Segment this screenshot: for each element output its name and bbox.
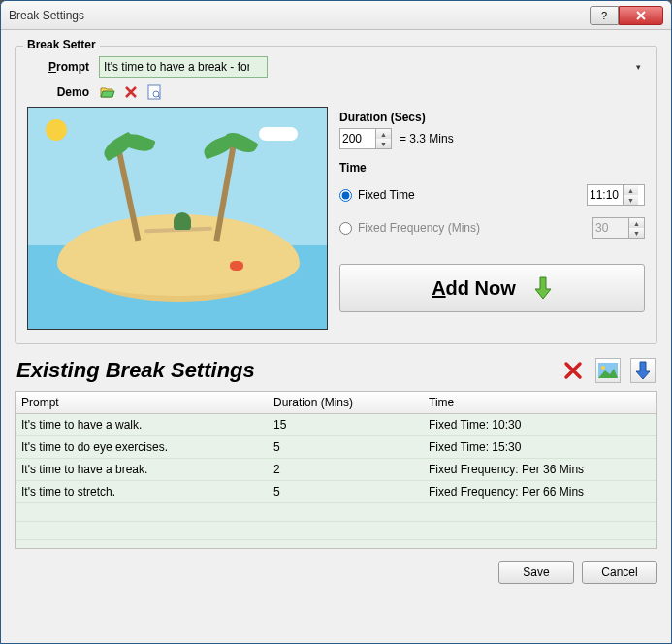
- table-row: [16, 522, 656, 540]
- body-split: Duration (Secs) ▲▼ = 3.3 Mins Time Fixed…: [27, 107, 645, 330]
- fixed-time-radio[interactable]: [339, 189, 352, 202]
- table-body: It's time to have a walk.15Fixed Time: 1…: [16, 414, 656, 548]
- open-folder-icon: [100, 85, 115, 99]
- spin-down-icon: ▼: [629, 228, 644, 238]
- add-now-button[interactable]: Add Now: [339, 264, 645, 312]
- titlebar: Break Settings ?: [1, 1, 671, 30]
- chevron-down-icon[interactable]: ▾: [636, 56, 641, 78]
- cell-prompt: [16, 503, 268, 521]
- prompt-row: Prompt ▾: [27, 56, 645, 78]
- fixed-freq-input: [593, 218, 628, 238]
- table-row[interactable]: It's time to have a walk.15Fixed Time: 1…: [16, 414, 656, 436]
- prompt-input[interactable]: [99, 56, 268, 78]
- cell-time: Fixed Frequency: Per 36 Mins: [423, 459, 656, 480]
- table-row[interactable]: It's time to do eye exercises.5Fixed Tim…: [16, 436, 656, 459]
- existing-title: Existing Break Settings: [16, 358, 255, 383]
- table-row[interactable]: It's time to have a break.2Fixed Frequen…: [16, 459, 656, 481]
- preview-demo-button[interactable]: [145, 83, 163, 101]
- table-row[interactable]: It's time to stretch.5Fixed Frequency: P…: [16, 481, 656, 503]
- table-row: [16, 503, 656, 522]
- col-header-duration[interactable]: Duration (Mins): [268, 392, 423, 413]
- open-file-button[interactable]: [99, 83, 116, 101]
- window-title: Break Settings: [9, 9, 590, 22]
- table-row: [16, 540, 656, 548]
- col-header-time[interactable]: Time: [423, 392, 656, 413]
- demo-icon-group: [99, 83, 163, 101]
- fixed-freq-radio[interactable]: [339, 222, 352, 235]
- cell-duration: [268, 540, 423, 548]
- cell-duration: [268, 503, 423, 521]
- prompt-label: Prompt: [27, 60, 99, 74]
- spin-up-icon[interactable]: ▲: [624, 185, 638, 195]
- cell-time: Fixed Time: 15:30: [423, 436, 656, 458]
- duration-spinner[interactable]: ▲▼: [339, 128, 392, 149]
- cell-duration: 5: [268, 436, 423, 458]
- save-button[interactable]: Save: [498, 561, 574, 584]
- delete-x-icon: [562, 360, 584, 381]
- settings-column: Duration (Secs) ▲▼ = 3.3 Mins Time Fixed…: [339, 107, 645, 330]
- close-button[interactable]: [619, 6, 663, 25]
- help-button[interactable]: ?: [590, 6, 619, 25]
- spin-down-icon[interactable]: ▼: [624, 195, 638, 205]
- dialog-buttons: Save Cancel: [15, 561, 657, 584]
- down-arrow-icon: [636, 361, 650, 380]
- demo-preview-image: [27, 107, 328, 330]
- cell-prompt: It's time to have a break.: [16, 459, 268, 480]
- demo-label: Demo: [27, 85, 99, 99]
- fixed-freq-text: Fixed Frequency (Mins): [358, 221, 480, 235]
- close-icon: [635, 11, 647, 20]
- fixed-time-spinner[interactable]: ▲▼: [587, 184, 645, 206]
- cell-time: Fixed Time: 10:30: [423, 414, 656, 435]
- cell-duration: 15: [268, 414, 423, 435]
- fixed-freq-radio-label[interactable]: Fixed Frequency (Mins): [339, 221, 480, 235]
- clear-demo-button[interactable]: [122, 83, 140, 101]
- delete-x-icon: [124, 85, 138, 99]
- group-title: Break Setter: [23, 38, 100, 51]
- delete-row-button[interactable]: [560, 358, 586, 383]
- content-area: Break Setter Prompt ▾ Demo: [1, 30, 671, 594]
- dialog-window: Break Settings ? Break Setter Prompt ▾ D…: [0, 0, 672, 644]
- spin-down-icon[interactable]: ▼: [376, 139, 391, 148]
- cell-time: [423, 522, 656, 539]
- cell-prompt: It's time to have a walk.: [16, 414, 268, 435]
- fixed-time-text: Fixed Time: [358, 188, 415, 202]
- existing-table: Prompt Duration (Mins) Time It's time to…: [15, 391, 657, 549]
- prompt-dropdown[interactable]: ▾: [99, 56, 645, 78]
- cell-prompt: It's time to do eye exercises.: [16, 436, 268, 458]
- spin-up-icon[interactable]: ▲: [376, 129, 391, 139]
- break-setter-group: Break Setter Prompt ▾ Demo: [15, 46, 657, 344]
- duration-header: Duration (Secs): [339, 111, 645, 124]
- existing-toolbar: [560, 358, 656, 383]
- titlebar-buttons: ?: [590, 6, 663, 25]
- duration-row: ▲▼ = 3.3 Mins: [339, 128, 645, 149]
- cell-duration: [268, 522, 423, 539]
- cell-duration: 2: [268, 459, 423, 480]
- cell-time: [423, 540, 656, 548]
- svg-point-4: [601, 366, 605, 370]
- existing-header-row: Existing Break Settings: [16, 358, 656, 383]
- duration-mins-equiv: = 3.3 Mins: [400, 132, 454, 145]
- cell-time: [423, 503, 656, 521]
- col-header-prompt[interactable]: Prompt: [16, 392, 268, 413]
- cell-duration: 5: [268, 481, 423, 502]
- duration-input[interactable]: [340, 129, 375, 148]
- fixed-time-row: Fixed Time ▲▼: [339, 184, 645, 206]
- image-button[interactable]: [595, 358, 621, 383]
- add-now-label: Add Now: [432, 277, 516, 300]
- image-icon: [598, 363, 618, 378]
- fixed-freq-row: Fixed Frequency (Mins) ▲▼: [339, 217, 645, 239]
- spin-up-icon: ▲: [629, 218, 644, 228]
- fixed-freq-spinner: ▲▼: [592, 217, 645, 239]
- cell-prompt: [16, 522, 268, 539]
- demo-row: Demo: [27, 83, 645, 101]
- move-down-button[interactable]: [630, 358, 656, 383]
- down-arrow-icon: [533, 275, 553, 301]
- fixed-time-radio-label[interactable]: Fixed Time: [339, 188, 415, 202]
- cell-prompt: [16, 540, 268, 548]
- cell-time: Fixed Frequency: Per 66 Mins: [423, 481, 656, 502]
- fixed-time-input[interactable]: [588, 185, 623, 205]
- preview-page-icon: [147, 84, 161, 100]
- table-header: Prompt Duration (Mins) Time: [16, 392, 656, 414]
- cancel-button[interactable]: Cancel: [582, 561, 657, 584]
- time-header: Time: [339, 161, 645, 175]
